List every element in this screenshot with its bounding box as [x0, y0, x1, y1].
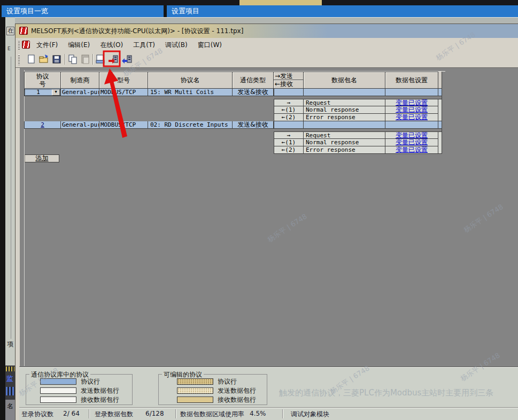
left-strip-tab[interactable]: 在	[6, 27, 14, 35]
screen: 设置项目一览 设置项目 在 E 项 监 名 MELSOFT系列<通信协议支持功能…	[0, 0, 518, 420]
legend-label: 协议行	[218, 377, 237, 386]
menu-item-tools[interactable]: 工具(T)	[129, 38, 159, 52]
paste-icon	[80, 53, 92, 66]
copy-button[interactable]	[67, 53, 79, 66]
new-document-icon	[25, 53, 37, 66]
write-to-module-button[interactable]	[107, 53, 120, 66]
protocol-row-1-manufacturer[interactable]: General-purp	[61, 89, 99, 96]
protocol-row-2-no[interactable]: 2	[24, 121, 61, 129]
debug-target-label: 调试对象模块	[291, 410, 329, 419]
left-strip-label-project: 项	[7, 340, 13, 349]
protocol-row-2-manufacturer[interactable]: General-purp	[61, 121, 99, 129]
save-button[interactable]	[51, 53, 63, 66]
variable-set-link[interactable]: 变量已设置	[385, 131, 438, 139]
menu-item-window[interactable]: 窗口(W)	[194, 38, 226, 52]
menu-item-debug[interactable]: 调试(B)	[161, 38, 191, 52]
panel-header-right: 设置项目	[167, 5, 518, 17]
add-button[interactable]: 添加	[25, 154, 59, 162]
packet-name[interactable]: Normal response	[304, 106, 385, 114]
melsoft-icon	[19, 27, 28, 35]
legend-label: 发送数据包行	[218, 386, 256, 395]
menubar: 文件(F) 编辑(E) 在线(O) 工具(T) 调试(B) 窗口(W)	[16, 38, 518, 52]
legend-label: 接收数据包行	[81, 395, 119, 405]
library-send-packet-swatch	[40, 387, 76, 394]
protocol-row-1-comm-type[interactable]: 发送&接收	[233, 89, 274, 96]
statusbar-divider	[282, 409, 283, 418]
editable-protocol-row-swatch	[177, 378, 213, 385]
packet-name[interactable]: Error response	[304, 146, 385, 154]
legend-label: 发送数据包行	[81, 386, 119, 395]
variable-set-link[interactable]: 变量已设置	[385, 99, 438, 106]
menu-item-online[interactable]: 在线(O)	[96, 38, 127, 52]
print-settings-button[interactable]	[95, 53, 107, 66]
data-area-usage-label: 数据包数据区域使用率	[180, 410, 244, 419]
read-from-module-button[interactable]	[121, 53, 133, 66]
background-left-strip: 在 E 项 监 名	[5, 17, 15, 420]
header-protocol-no: 协议号	[24, 72, 61, 89]
left-strip-letter: E	[7, 46, 11, 51]
menu-item-file[interactable]: 文件(F)	[33, 38, 61, 52]
packet-name[interactable]: Request	[304, 131, 385, 139]
registered-protocols-label: 登录协议数	[21, 410, 53, 419]
legend-label: 接收数据包行	[218, 395, 256, 405]
library-receive-packet-swatch	[40, 396, 76, 403]
variable-set-link[interactable]: 变量已设置	[385, 114, 438, 121]
header-model: 型号	[99, 72, 148, 89]
background-toolbar-strip	[5, 17, 518, 24]
toolbar-grip[interactable]	[18, 55, 20, 65]
protocol-row-1-packet	[304, 89, 385, 96]
open-button[interactable]	[38, 53, 50, 66]
paste-button[interactable]	[80, 53, 92, 66]
packet-dir: →	[274, 131, 304, 139]
open-folder-icon	[38, 53, 50, 66]
editable-send-packet-swatch	[177, 387, 213, 394]
packet-dir: ←(2)	[274, 146, 304, 154]
table-edge-column	[438, 72, 442, 154]
left-strip-label-name: 名	[7, 402, 13, 411]
packet-dir: ←(1)	[274, 139, 304, 146]
menu-item-edit[interactable]: 编辑(E)	[64, 38, 94, 52]
header-receive: ←接收	[274, 80, 304, 89]
window-title: MELSOFT系列<通信协议支持功能-CPU(以太网)> - [协议设置 - 1…	[31, 27, 243, 36]
legend-panel: 通信协议库中的协议 协议行 发送数据包行 接收数据包行 可编辑的协议 协议行 发…	[19, 368, 518, 407]
write-to-module-icon	[107, 53, 120, 66]
registered-protocols-value: 2/ 64	[63, 410, 80, 417]
mdi-client-area	[20, 68, 518, 368]
protocol-row-1-setting	[385, 89, 438, 96]
packet-name[interactable]: Error response	[304, 114, 385, 121]
variable-set-link[interactable]: 变量已设置	[385, 146, 438, 154]
variable-set-link[interactable]: 变量已设置	[385, 106, 438, 114]
left-strip-divider	[11, 57, 11, 339]
protocol-row-2-model[interactable]: MODBUS/TCP	[99, 121, 148, 129]
protocol-row-2-name[interactable]: 02: RD Discrete Inputs	[148, 121, 233, 129]
library-legend-group: 通信协议库中的协议 协议行 发送数据包行 接收数据包行	[26, 374, 133, 405]
save-icon	[51, 53, 63, 66]
library-protocol-row-swatch	[40, 378, 76, 385]
menubar-grip[interactable]	[18, 40, 20, 50]
new-document-button[interactable]	[25, 53, 37, 66]
statusbar-divider	[89, 409, 90, 418]
variable-set-link[interactable]: 变量已设置	[385, 139, 438, 146]
mdi-child-highlight	[24, 70, 25, 366]
toolbar-separator	[92, 54, 94, 65]
editable-legend-group: 可编辑的协议 协议行 发送数据包行 接收数据包行	[158, 374, 267, 405]
data-area-usage-value: 4.5%	[250, 410, 266, 417]
packet-name[interactable]: Request	[304, 99, 385, 106]
toolbar-separator	[65, 54, 66, 65]
protocol-row-2-comm-type[interactable]: 发送&接收	[233, 121, 274, 129]
statusbar: 登录协议数 2/ 64 登录数据包数 6/128 数据包数据区域使用率 4.5%…	[19, 407, 518, 420]
left-strip-label-monitor[interactable]: 监	[6, 374, 13, 384]
chevron-down-icon[interactable]	[52, 89, 60, 96]
packet-dir: ←(2)	[274, 114, 304, 121]
protocol-row-1-name[interactable]: 15: WR Multi Coils	[148, 89, 233, 96]
window-titlebar[interactable]: MELSOFT系列<通信协议支持功能-CPU(以太网)> - [协议设置 - 1…	[16, 24, 518, 38]
copy-icon	[67, 53, 79, 66]
ladder-tool-icon[interactable]	[6, 387, 14, 395]
packet-name[interactable]: Normal response	[304, 139, 385, 146]
header-packet-setting: 数据包设置	[385, 72, 438, 89]
statusbar-divider	[175, 409, 176, 418]
protocol-row-1-model[interactable]: MODBUS/TCP	[99, 89, 148, 96]
registered-packets-label: 登录数据包数	[95, 410, 133, 419]
melsoft-doc-icon	[22, 41, 30, 49]
protocol-row-1-no[interactable]: 1	[24, 89, 61, 96]
